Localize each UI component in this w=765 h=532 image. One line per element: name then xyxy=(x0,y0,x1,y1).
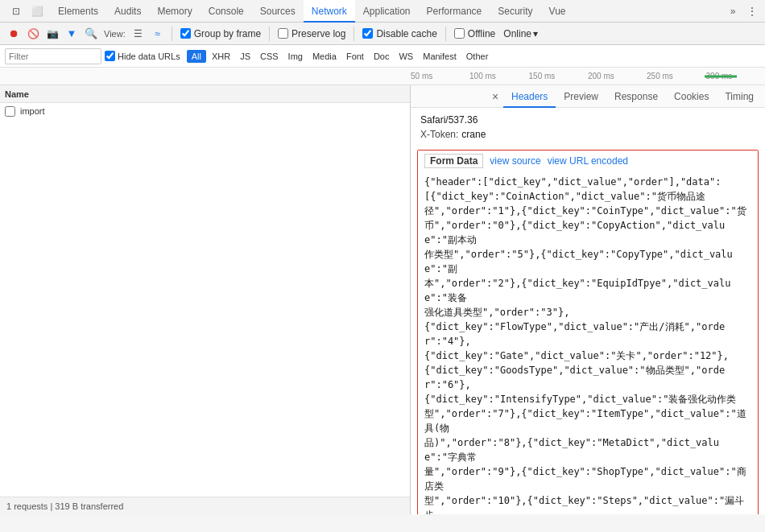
xtoken-value: crane xyxy=(461,129,486,140)
tick-100ms: 100 ms xyxy=(469,72,496,80)
filter-img-button[interactable]: Img xyxy=(284,50,307,63)
hide-data-urls-checkbox[interactable] xyxy=(105,51,115,61)
details-close-button[interactable]: × xyxy=(487,89,503,105)
more-tabs-icon[interactable]: » xyxy=(723,2,742,21)
separator-2 xyxy=(269,27,270,41)
details-tab-bar: × Headers Preview Response Cookies Timin… xyxy=(411,85,765,108)
filter-all-button[interactable]: All xyxy=(187,50,206,63)
requests-list: import xyxy=(0,103,410,497)
filter-js-button[interactable]: JS xyxy=(236,50,254,63)
screenshot-button[interactable]: 📷 xyxy=(43,25,61,43)
tab-security[interactable]: Security xyxy=(490,0,540,23)
filter-other-button[interactable]: Other xyxy=(462,50,493,63)
requests-panel: Name import 1 requests | 319 B transferr… xyxy=(0,85,411,514)
details-tab-headers[interactable]: Headers xyxy=(503,85,556,108)
filter-css-button[interactable]: CSS xyxy=(256,50,283,63)
request-name: import xyxy=(20,106,45,116)
form-data-title: Form Data xyxy=(424,154,483,168)
group-by-frame-checkbox[interactable] xyxy=(180,28,191,39)
offline-label[interactable]: Offline xyxy=(451,28,498,39)
xtoken-key: X-Token: xyxy=(420,129,458,140)
waterfall-view-button[interactable]: ≈ xyxy=(149,25,167,43)
request-checkbox[interactable] xyxy=(5,106,15,117)
filter-input[interactable] xyxy=(9,52,97,61)
tab-elements[interactable]: Elements xyxy=(50,0,106,23)
form-data-header: Form Data view source view URL encoded xyxy=(418,151,758,171)
preserve-log-checkbox[interactable] xyxy=(278,28,288,39)
stop-button[interactable]: 🚫 xyxy=(24,25,42,43)
undock-icon[interactable]: ⬜ xyxy=(27,2,47,21)
throttle-arrow-icon: ▾ xyxy=(533,28,538,39)
details-tab-timing[interactable]: Timing xyxy=(717,85,762,108)
status-text: 1 requests | 319 B transferred xyxy=(6,501,123,511)
details-content: Safari/537.36 X-Token: crane Form Data v… xyxy=(411,108,765,514)
details-panel: × Headers Preview Response Cookies Timin… xyxy=(411,85,765,514)
timeline-bar xyxy=(705,75,737,77)
disable-cache-label[interactable]: Disable cache xyxy=(359,28,440,39)
tab-memory[interactable]: Memory xyxy=(149,0,200,23)
tab-performance[interactable]: Performance xyxy=(419,0,490,23)
preserve-log-label[interactable]: Preserve log xyxy=(275,28,349,39)
tab-network[interactable]: Network xyxy=(304,0,355,23)
details-tab-response[interactable]: Response xyxy=(606,85,666,108)
separator-3 xyxy=(354,27,354,41)
disable-cache-text: Disable cache xyxy=(376,28,436,39)
group-by-frame-label[interactable]: Group by frame xyxy=(177,28,264,39)
preserve-log-text: Preserve log xyxy=(292,28,345,39)
separator-4 xyxy=(445,27,446,41)
network-toolbar: ⏺ 🚫 📷 ▼ 🔍 View: ☰ ≈ Group by frame Prese… xyxy=(0,23,765,45)
view-label: View: xyxy=(101,29,128,39)
devtools-tab-bar: ⊡ ⬜ Elements Audits Memory Console Sourc… xyxy=(0,0,765,23)
throttle-label: Online xyxy=(503,28,531,39)
tab-vue[interactable]: Vue xyxy=(541,0,574,23)
group-by-frame-text: Group by frame xyxy=(194,28,261,39)
hide-data-urls-text: Hide data URLs xyxy=(118,52,180,61)
filter-doc-button[interactable]: Doc xyxy=(370,50,394,63)
details-tab-cookies[interactable]: Cookies xyxy=(666,85,717,108)
tick-150ms: 150 ms xyxy=(529,72,556,80)
offline-text: Offline xyxy=(468,28,495,39)
requests-header: Name xyxy=(0,85,410,103)
separator-1 xyxy=(172,27,172,41)
tab-application[interactable]: Application xyxy=(355,0,419,23)
search-button[interactable]: 🔍 xyxy=(82,25,100,43)
form-data-section: Form Data view source view URL encoded {… xyxy=(417,150,759,514)
header-row-safari: Safari/537.36 xyxy=(420,113,755,127)
tab-console[interactable]: Console xyxy=(201,0,252,23)
filter-media-button[interactable]: Media xyxy=(308,50,341,63)
tick-250ms: 250 ms xyxy=(647,72,673,80)
tab-sources[interactable]: Sources xyxy=(252,0,304,23)
window-controls: ⊡ ⬜ xyxy=(3,2,50,21)
filter-button[interactable]: ▼ xyxy=(63,25,81,43)
filter-type-buttons: All XHR JS CSS Img Media Font Doc WS Man… xyxy=(187,50,493,63)
header-row-xtoken: X-Token: crane xyxy=(420,127,755,142)
filter-manifest-button[interactable]: Manifest xyxy=(419,50,461,63)
offline-checkbox[interactable] xyxy=(454,28,465,39)
filter-bar: Hide data URLs All XHR JS CSS Img Media … xyxy=(0,45,765,68)
timeline-ticks: 50 ms 100 ms 150 ms 200 ms 250 ms 300 ms xyxy=(411,68,765,85)
tick-50ms: 50 ms xyxy=(411,72,432,80)
more-options-icon[interactable]: ⋮ xyxy=(742,2,762,21)
filter-xhr-button[interactable]: XHR xyxy=(208,50,234,63)
view-url-encoded-link[interactable]: view URL encoded xyxy=(548,155,628,167)
name-column-header: Name xyxy=(5,89,29,99)
request-item[interactable]: import xyxy=(0,103,410,119)
filter-ws-button[interactable]: WS xyxy=(395,50,417,63)
safari-header-value: Safari/537.36 xyxy=(420,114,478,126)
list-view-button[interactable]: ☰ xyxy=(130,25,147,43)
form-data-body: {"header":["dict_key","dict_value","orde… xyxy=(418,171,758,514)
disable-cache-checkbox[interactable] xyxy=(362,28,373,39)
header-rows-section: Safari/537.36 X-Token: crane xyxy=(411,108,765,146)
filter-input-wrap xyxy=(5,48,101,64)
record-button[interactable]: ⏺ xyxy=(5,25,23,43)
throttle-dropdown[interactable]: Online ▾ xyxy=(500,27,541,41)
status-bar: 1 requests | 319 B transferred xyxy=(0,497,410,514)
main-area: Name import 1 requests | 319 B transferr… xyxy=(0,85,765,514)
tab-audits[interactable]: Audits xyxy=(106,0,149,23)
hide-data-urls-label[interactable]: Hide data URLs xyxy=(105,51,180,61)
dock-icon[interactable]: ⊡ xyxy=(6,2,26,21)
view-source-link[interactable]: view source xyxy=(490,155,540,167)
timeline-header: 50 ms 100 ms 150 ms 200 ms 250 ms 300 ms xyxy=(0,68,765,85)
details-tab-preview[interactable]: Preview xyxy=(556,85,606,108)
filter-font-button[interactable]: Font xyxy=(342,50,368,63)
